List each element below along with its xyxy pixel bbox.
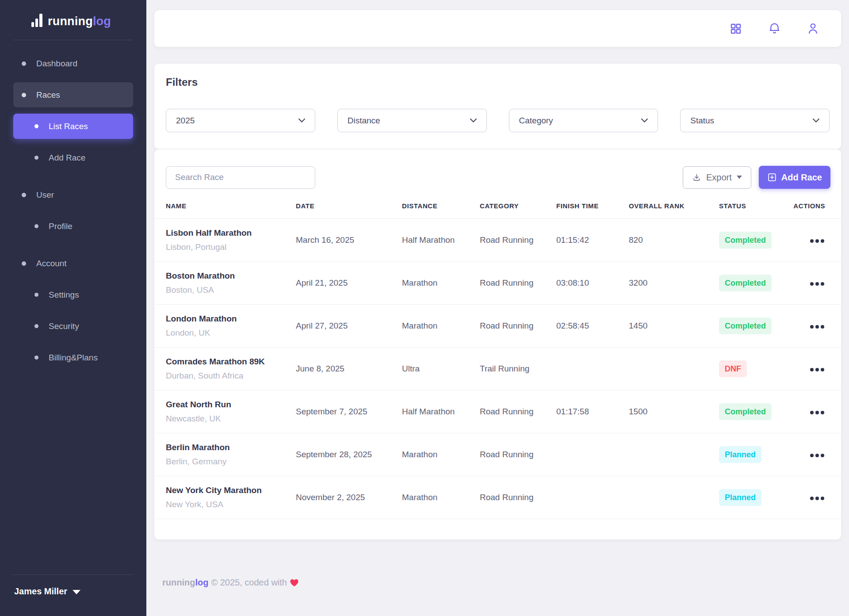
race-finish-time: 02:58:45 (556, 305, 629, 348)
race-name: London Marathon (166, 314, 296, 324)
table-row: Great North Run Newcastle, UK September … (154, 390, 841, 433)
row-actions-button[interactable] (809, 408, 825, 417)
column-header-distance: DISTANCE (402, 199, 480, 219)
sidebar-item-user[interactable]: User (13, 182, 133, 207)
race-date: November 2, 2025 (296, 476, 402, 519)
race-finish-time (556, 433, 629, 476)
search-input[interactable] (166, 166, 315, 189)
chevron-down-icon (641, 119, 648, 122)
year-select[interactable]: 2025 (166, 109, 315, 132)
sidebar-item-account[interactable]: Account (13, 251, 133, 276)
status-badge: Completed (719, 232, 772, 249)
race-finish-time: 01:17:58 (556, 390, 629, 433)
row-actions-button[interactable] (809, 494, 825, 503)
race-name: Boston Marathon (166, 271, 296, 281)
apps-grid-icon[interactable] (729, 22, 743, 36)
sidebar-item-profile[interactable]: Profile (13, 214, 133, 239)
footer-brand: runninglog (162, 578, 208, 588)
status-badge: DNF (719, 360, 747, 377)
heart-icon (290, 578, 299, 587)
status-badge: Completed (719, 318, 772, 334)
sidebar-item-list-races[interactable]: List Races (13, 114, 133, 139)
race-location: Boston, USA (166, 285, 296, 295)
filter-selects: 2025 Distance Category Status (166, 109, 830, 132)
race-date: April 21, 2025 (296, 262, 402, 305)
table-row: London Marathon London, UK April 27, 202… (154, 305, 841, 348)
distance-select[interactable]: Distance (337, 109, 487, 132)
race-location: Berlin, Germany (166, 457, 296, 467)
race-date: March 16, 2025 (296, 219, 402, 262)
sidebar-item-billing-plans[interactable]: Billing&Plans (13, 345, 133, 370)
chevron-down-icon (813, 119, 819, 122)
logo-bars-icon (31, 13, 44, 29)
row-actions-button[interactable] (809, 365, 825, 374)
column-header-actions: ACTIONS (790, 199, 841, 219)
sidebar-nav: Dashboard Races List Races Add Race User… (0, 40, 146, 376)
race-overall-rank (629, 433, 719, 476)
status-select[interactable]: Status (680, 109, 830, 132)
add-race-button[interactable]: Add Race (759, 166, 830, 189)
export-button[interactable]: Export (683, 166, 751, 189)
chevron-down-icon (298, 119, 305, 122)
sidebar-footer: James Miller (0, 574, 146, 616)
race-category: Trail Running (480, 348, 556, 390)
row-actions-button[interactable] (809, 279, 825, 288)
race-distance: Ultra (402, 348, 480, 390)
race-location: Lisbon, Portugal (166, 242, 296, 252)
race-overall-rank (629, 348, 719, 390)
race-finish-time: 01:15:42 (556, 219, 629, 262)
race-overall-rank: 3200 (629, 262, 719, 305)
chevron-down-icon (470, 119, 477, 122)
category-select[interactable]: Category (509, 109, 658, 132)
filters-title: Filters (166, 76, 830, 88)
race-location: New York, USA (166, 500, 296, 509)
app-logo: runninglog (0, 0, 146, 29)
race-overall-rank (629, 476, 719, 519)
row-actions-button[interactable] (809, 237, 825, 245)
race-category: Road Running (480, 305, 556, 348)
race-category: Road Running (480, 390, 556, 433)
sidebar-item-dashboard[interactable]: Dashboard (13, 51, 133, 76)
row-actions-button[interactable] (809, 451, 825, 460)
race-date: September 7, 2025 (296, 390, 402, 433)
race-date: September 28, 2025 (296, 433, 402, 476)
races-table: NAMEDATEDISTANCECATEGORYFINISH TIMEOVERA… (154, 199, 841, 519)
sidebar-item-races[interactable]: Races (13, 82, 133, 107)
race-category: Road Running (480, 433, 556, 476)
race-name: New York City Marathon (166, 486, 296, 495)
status-badge: Completed (719, 275, 772, 291)
caret-down-icon (737, 176, 742, 179)
column-header-finish-time: FINISH TIME (556, 199, 629, 219)
table-row: Berlin Marathon Berlin, Germany Septembe… (154, 433, 841, 476)
race-distance: Marathon (402, 433, 480, 476)
sidebar-item-settings[interactable]: Settings (13, 282, 133, 307)
topbar (154, 10, 841, 47)
column-header-date: DATE (296, 199, 402, 219)
user-menu[interactable]: James Miller (13, 575, 133, 616)
user-icon[interactable] (806, 22, 820, 36)
race-date: June 8, 2025 (296, 348, 402, 390)
sidebar: runninglog Dashboard Races List Races Ad… (0, 0, 146, 616)
sidebar-item-add-race[interactable]: Add Race (13, 145, 133, 170)
main-content: Filters 2025 Distance Category Status (146, 0, 849, 616)
table-row: Boston Marathon Boston, USA April 21, 20… (154, 262, 841, 305)
race-overall-rank: 1450 (629, 305, 719, 348)
race-name: Comrades Marathon 89K (166, 357, 296, 367)
column-header-name: NAME (154, 199, 296, 219)
status-badge: Planned (719, 489, 761, 506)
races-table-card: Export Add Race NAMEDATEDISTANCECATEGORY… (154, 149, 841, 539)
user-name: James Miller (14, 586, 67, 597)
download-icon (692, 173, 701, 182)
status-badge: Completed (719, 403, 772, 420)
row-actions-button[interactable] (809, 322, 825, 331)
sidebar-item-security[interactable]: Security (13, 314, 133, 339)
footer-text: © 2025, coded with (211, 578, 287, 588)
race-distance: Half Marathon (402, 219, 480, 262)
race-location: Newcastle, UK (166, 414, 296, 424)
table-header-row: NAMEDATEDISTANCECATEGORYFINISH TIMEOVERA… (154, 199, 841, 219)
filters-card: Filters 2025 Distance Category Status (154, 64, 841, 149)
race-category: Road Running (480, 219, 556, 262)
bell-icon[interactable] (767, 22, 781, 36)
race-location: London, UK (166, 328, 296, 338)
table-row: New York City Marathon New York, USA Nov… (154, 476, 841, 519)
